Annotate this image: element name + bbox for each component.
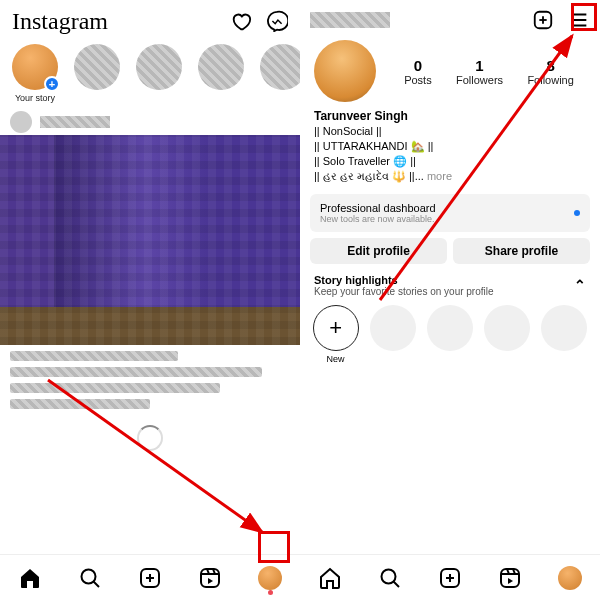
highlight-placeholder — [541, 305, 587, 351]
share-profile-button[interactable]: Share profile — [453, 238, 590, 264]
story-item[interactable] — [256, 44, 300, 103]
stat-followers[interactable]: 1 Followers — [456, 57, 503, 86]
profile-stats: 0 Posts 1 Followers 8 Following — [392, 57, 586, 86]
your-story-avatar[interactable]: + — [12, 44, 58, 90]
posts-label: Posts — [404, 74, 432, 86]
story-highlights-header[interactable]: Story highlights Keep your favorite stor… — [300, 272, 600, 299]
highlights-title: Story highlights — [314, 274, 494, 286]
stat-following[interactable]: 8 Following — [527, 57, 573, 86]
svg-line-16 — [394, 581, 400, 587]
instagram-logo: Instagram — [12, 8, 108, 35]
new-highlight-button[interactable]: + New — [312, 305, 359, 364]
chevron-up-icon[interactable]: ⌃ — [574, 277, 586, 293]
svg-point-0 — [82, 569, 96, 583]
plus-icon: + — [313, 305, 359, 351]
post-header — [0, 109, 300, 135]
post-caption-area — [0, 345, 300, 467]
nav-profile-icon[interactable] — [558, 566, 582, 590]
stat-posts[interactable]: 0 Posts — [404, 57, 432, 86]
new-highlight-label: New — [327, 354, 345, 364]
svg-rect-5 — [201, 569, 219, 587]
bio-line: || UTTARAKHANDI 🏡 || — [314, 139, 586, 154]
posts-count: 0 — [404, 57, 432, 74]
nav-create-icon[interactable] — [438, 566, 462, 590]
loading-spinner-icon — [137, 425, 163, 451]
dashboard-subtitle: New tools are now available. — [320, 214, 436, 224]
stories-row[interactable]: + Your story — [0, 40, 300, 109]
bottom-nav — [0, 554, 300, 600]
nav-search-icon[interactable] — [378, 566, 402, 590]
story-item[interactable] — [132, 44, 186, 103]
highlight-placeholder — [370, 305, 416, 351]
post-author-avatar[interactable] — [10, 111, 32, 133]
hamburger-menu-icon[interactable] — [568, 9, 590, 31]
messenger-icon[interactable] — [266, 10, 288, 32]
followers-label: Followers — [456, 74, 503, 86]
highlights-row: + New — [300, 299, 600, 370]
activity-heart-icon[interactable] — [230, 10, 252, 32]
story-item[interactable] — [194, 44, 248, 103]
nav-create-icon[interactable] — [138, 566, 162, 590]
profile-display-name: Tarunveer Singh — [314, 108, 586, 124]
edit-profile-button[interactable]: Edit profile — [310, 238, 447, 264]
profile-action-buttons: Edit profile Share profile — [300, 238, 600, 272]
profile-screen: 0 Posts 1 Followers 8 Following Tarunvee… — [300, 0, 600, 600]
profile-bio: Tarunveer Singh || NonSocial || || UTTAR… — [300, 104, 600, 186]
your-story-label: Your story — [15, 93, 55, 103]
highlights-subtitle: Keep your favorite stories on your profi… — [314, 286, 494, 297]
profile-username[interactable] — [310, 12, 390, 28]
svg-rect-20 — [501, 569, 519, 587]
feed-screen: Instagram + Your story — [0, 0, 300, 600]
highlight-placeholder — [427, 305, 473, 351]
post-image[interactable] — [0, 135, 300, 345]
professional-dashboard[interactable]: Professional dashboard New tools are now… — [310, 194, 590, 232]
create-post-icon[interactable] — [532, 9, 554, 31]
feed-header: Instagram — [0, 0, 300, 40]
followers-count: 1 — [456, 57, 503, 74]
bottom-nav — [300, 554, 600, 600]
profile-header — [300, 0, 600, 38]
bio-line: || NonSocial || — [314, 124, 586, 139]
nav-profile-icon[interactable] — [258, 566, 282, 590]
following-count: 8 — [527, 57, 573, 74]
nav-reels-icon[interactable] — [198, 566, 222, 590]
bio-more-link[interactable]: more — [424, 170, 452, 182]
following-label: Following — [527, 74, 573, 86]
nav-home-icon[interactable] — [318, 566, 342, 590]
post-author-name[interactable] — [40, 116, 110, 128]
dashboard-notification-dot-icon — [574, 210, 580, 216]
profile-picture[interactable] — [314, 40, 376, 102]
nav-home-icon[interactable] — [18, 566, 42, 590]
add-story-plus-icon[interactable]: + — [44, 76, 60, 92]
bio-line: || Solo Traveller 🌐 || — [314, 154, 586, 169]
nav-reels-icon[interactable] — [498, 566, 522, 590]
dashboard-title: Professional dashboard — [320, 202, 436, 214]
story-item[interactable] — [70, 44, 124, 103]
svg-line-1 — [94, 581, 100, 587]
bio-line: || હર હર મહાદેવ 🔱 ||... more — [314, 169, 586, 184]
nav-search-icon[interactable] — [78, 566, 102, 590]
svg-point-15 — [382, 569, 396, 583]
your-story[interactable]: + Your story — [8, 44, 62, 103]
highlight-placeholder — [484, 305, 530, 351]
profile-top: 0 Posts 1 Followers 8 Following — [300, 38, 600, 104]
